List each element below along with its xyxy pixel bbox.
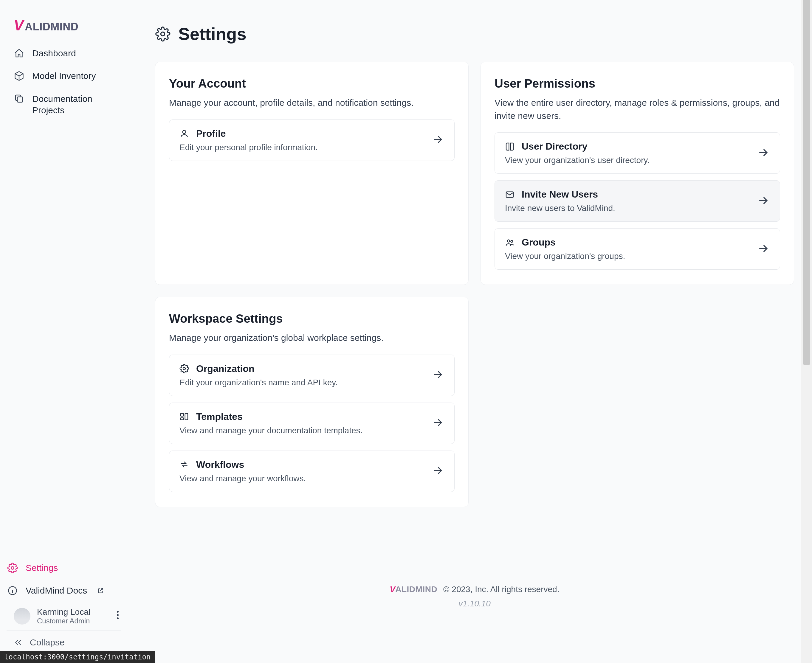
footer-copyright: © 2023, Inc. All rights reserved. xyxy=(443,585,559,594)
section-desc: Manage your account, profile details, an… xyxy=(169,96,455,109)
user-icon xyxy=(180,129,189,138)
svg-point-4 xyxy=(117,614,118,616)
arrow-right-icon xyxy=(431,133,444,147)
section-workspace-settings: Workspace Settings Manage your organizat… xyxy=(155,297,468,507)
mail-icon xyxy=(505,190,514,199)
user-profile-row: Karming Local Customer Admin xyxy=(0,602,128,631)
svg-point-9 xyxy=(507,239,510,242)
svg-point-5 xyxy=(117,618,118,619)
card-invite-new-users[interactable]: Invite New Users Invite new users to Val… xyxy=(494,180,780,222)
kebab-icon xyxy=(117,611,119,619)
section-your-account: Your Account Manage your account, profil… xyxy=(155,62,468,285)
link-desc: View and manage your documentation templ… xyxy=(180,426,422,435)
copy-icon xyxy=(14,93,24,104)
arrow-right-icon xyxy=(431,464,444,478)
svg-point-3 xyxy=(117,611,118,613)
link-title: Profile xyxy=(196,128,226,139)
link-title: Templates xyxy=(196,411,243,422)
user-name: Karming Local xyxy=(37,607,108,617)
page-footer: VALIDMIND © 2023, Inc. All rights reserv… xyxy=(155,585,794,608)
sidebar-item-label: Dashboard xyxy=(32,48,76,58)
main-content: Settings Your Account Manage your accoun… xyxy=(128,0,812,663)
layout-icon xyxy=(180,412,189,421)
home-icon xyxy=(14,48,24,59)
card-groups[interactable]: Groups View your organization's groups. xyxy=(494,228,780,270)
scrollbar[interactable] xyxy=(801,0,812,663)
sidebar-bottom: Settings ValidMind Docs Karming Local Cu… xyxy=(0,556,128,663)
sidebar-item-settings[interactable]: Settings xyxy=(0,556,128,579)
svg-rect-0 xyxy=(17,97,23,102)
section-user-permissions: User Permissions View the entire user di… xyxy=(481,62,794,285)
sidebar: VALIDMIND Dashboard Model Inventory Docu… xyxy=(0,0,128,663)
link-title: Workflows xyxy=(196,459,244,470)
link-desc: View your organization's user directory. xyxy=(505,155,747,165)
section-title: User Permissions xyxy=(494,77,780,90)
collapse-label: Collapse xyxy=(30,637,65,647)
sidebar-item-label: Documentation Projects xyxy=(32,93,114,116)
card-user-directory[interactable]: User Directory View your organization's … xyxy=(494,132,780,174)
link-desc: View and manage your workflows. xyxy=(180,474,422,484)
card-organization[interactable]: Organization Edit your organization's na… xyxy=(169,354,455,396)
card-templates[interactable]: Templates View and manage your documenta… xyxy=(169,403,455,444)
footer-version: v1.10.10 xyxy=(155,599,794,608)
link-desc: Edit your organization's name and API ke… xyxy=(180,378,422,387)
cube-icon xyxy=(14,71,24,81)
section-desc: Manage your organization's global workpl… xyxy=(169,332,455,344)
users-icon xyxy=(505,238,514,247)
sidebar-item-label: Settings xyxy=(26,563,58,573)
arrow-right-icon xyxy=(431,368,444,382)
avatar[interactable] xyxy=(14,608,31,624)
collapse-sidebar-button[interactable]: Collapse xyxy=(0,631,128,654)
svg-point-10 xyxy=(511,240,513,242)
sidebar-item-validmind-docs[interactable]: ValidMind Docs xyxy=(0,579,128,602)
logo-text: ALIDMIND xyxy=(25,21,78,33)
svg-rect-14 xyxy=(181,418,183,420)
link-desc: View your organization's groups. xyxy=(505,252,747,261)
logo-mark: V xyxy=(14,18,23,33)
user-menu-button[interactable] xyxy=(114,608,122,624)
svg-point-7 xyxy=(183,130,186,134)
gear-icon xyxy=(7,563,18,573)
arrow-right-icon xyxy=(431,416,444,430)
arrow-right-icon xyxy=(757,194,770,208)
section-title: Workspace Settings xyxy=(169,312,455,325)
sidebar-item-label: Model Inventory xyxy=(32,71,96,81)
browser-status-bar: localhost:3000/settings/invitation xyxy=(0,651,155,663)
gear-icon xyxy=(155,26,170,42)
info-icon xyxy=(7,585,18,596)
section-title: Your Account xyxy=(169,77,455,90)
arrows-exchange-icon xyxy=(180,460,189,469)
sidebar-item-dashboard[interactable]: Dashboard xyxy=(6,42,122,65)
link-desc: Invite new users to ValidMind. xyxy=(505,204,747,213)
scrollbar-thumb[interactable] xyxy=(803,0,810,365)
sidebar-item-model-inventory[interactable]: Model Inventory xyxy=(6,65,122,87)
svg-point-6 xyxy=(161,32,165,36)
external-link-icon xyxy=(97,587,104,594)
link-title: Groups xyxy=(522,237,556,248)
link-desc: Edit your personal profile information. xyxy=(180,143,422,152)
svg-rect-12 xyxy=(181,413,183,416)
svg-point-11 xyxy=(183,367,185,370)
section-desc: View the entire user directory, manage r… xyxy=(494,96,780,122)
user-role: Customer Admin xyxy=(37,617,108,625)
svg-point-1 xyxy=(11,567,14,569)
chevrons-left-icon xyxy=(14,638,23,647)
link-title: Invite New Users xyxy=(522,189,598,200)
page-title: Settings xyxy=(155,24,794,44)
link-title: User Directory xyxy=(522,141,588,152)
sidebar-nav: Dashboard Model Inventory Documentation … xyxy=(0,42,128,556)
logo[interactable]: VALIDMIND xyxy=(0,0,128,42)
card-workflows[interactable]: Workflows View and manage your workflows… xyxy=(169,451,455,492)
footer-logo: VALIDMIND xyxy=(390,585,438,594)
sidebar-item-label: ValidMind Docs xyxy=(26,585,87,596)
book-icon xyxy=(505,142,514,151)
arrow-right-icon xyxy=(757,146,770,160)
card-profile[interactable]: Profile Edit your personal profile infor… xyxy=(169,120,455,161)
svg-rect-13 xyxy=(185,413,188,420)
arrow-right-icon xyxy=(757,242,770,256)
sidebar-item-documentation-projects[interactable]: Documentation Projects xyxy=(6,87,122,121)
gear-icon xyxy=(180,364,189,374)
link-title: Organization xyxy=(196,363,254,374)
page-title-text: Settings xyxy=(178,24,246,44)
